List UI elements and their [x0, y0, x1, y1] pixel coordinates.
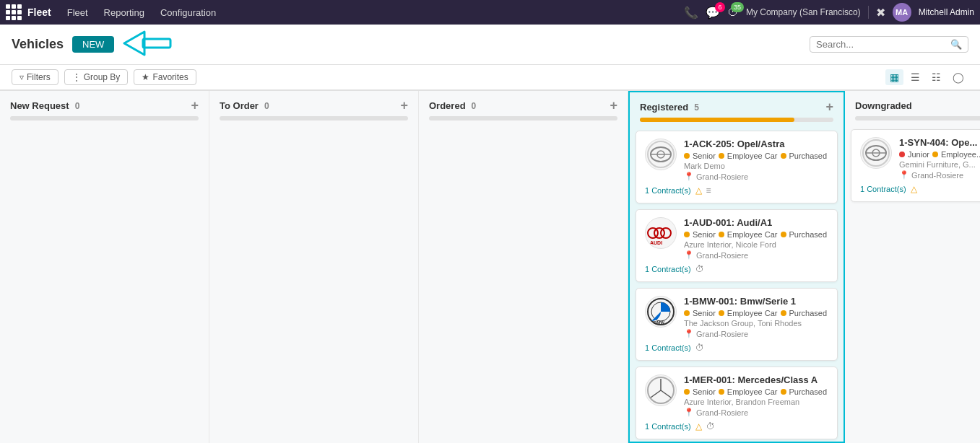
settings-view-button[interactable]: ◯ [948, 69, 968, 85]
location-icon: 📍 [684, 408, 694, 417]
avatar[interactable]: MA [893, 3, 911, 22]
car-logo-mercedes [645, 374, 677, 406]
tag-dot [684, 153, 690, 159]
tag-employee: Employee... [941, 150, 980, 159]
col-count-new-request: 0 [75, 101, 80, 111]
svg-text:AUDI: AUDI [650, 240, 662, 245]
contract-link[interactable]: 1 Contract(s) [645, 186, 691, 195]
contract-link[interactable]: 1 Contract(s) [645, 343, 691, 352]
column-downgraded: Downgraded + [845, 91, 980, 443]
tag-junior: Junior [908, 150, 929, 159]
card-footer: 1 Contract(s) △ ≡ [645, 185, 828, 196]
card-info: 1-SYN-404: Ope... Junior Employee... Gem… [899, 137, 980, 180]
card-title: 1-AUD-001: Audi/A1 [684, 217, 828, 228]
svg-marker-0 [124, 32, 144, 55]
card-footer: 1 Contract(s) ⏱ [645, 343, 828, 353]
card-header: 1-SYN-404: Ope... Junior Employee... Gem… [860, 137, 980, 180]
card-tags: Senior Employee Car Purchased [684, 309, 828, 317]
car-logo-opel [645, 139, 677, 170]
groupby-button[interactable]: ⋮ Group By [64, 69, 129, 85]
tag-employee-car: Employee Car [727, 230, 778, 239]
nav-divider [868, 6, 869, 19]
favorites-label: Favorites [152, 72, 188, 82]
card-info: 1-BMW-001: Bmw/Serie 1 Senior Employee C… [684, 296, 828, 338]
col-add-to-order[interactable]: + [400, 98, 408, 113]
tag-purchased: Purchased [789, 152, 828, 160]
search-bar: 🔍 [810, 36, 968, 53]
warning-icon: △ [695, 421, 702, 431]
favorites-button[interactable]: ★ Favorites [134, 69, 196, 85]
location-icon: 📍 [899, 170, 909, 180]
chat-icon[interactable]: 💬 6 [706, 6, 720, 19]
card-info: 1-ACK-205: Opel/Astra Senior Employee Ca… [684, 139, 828, 181]
search-input[interactable] [816, 39, 950, 50]
column-to-order: To Order 0 + [209, 91, 419, 443]
tag-dot [781, 232, 786, 237]
tag-employee-car: Employee Car [727, 309, 778, 317]
clock-icon[interactable]: ⏱ 35 [727, 6, 739, 19]
card-info: 1-AUD-001: Audi/A1 Senior Employee Car P… [684, 217, 828, 260]
col-cards-downgraded: 1-SYN-404: Ope... Junior Employee... Gem… [845, 125, 980, 443]
card-person: Gemini Furniture, G... [899, 160, 980, 169]
col-cards-to-order [209, 125, 418, 443]
tag-dot [719, 232, 724, 237]
card-1-bmw-001[interactable]: BMW 1-BMW-001: Bmw/Serie 1 Senior Employ… [636, 288, 838, 361]
menu-configuration[interactable]: Configuration [153, 4, 223, 21]
card-header: AUDI 1-AUD-001: Audi/A1 Senior Employee … [645, 217, 828, 260]
col-cards-new-request [0, 125, 209, 443]
tag-dot [719, 153, 724, 159]
col-count-to-order: 0 [264, 101, 269, 111]
tag-dot [684, 310, 690, 316]
grid-icon [6, 4, 22, 20]
new-button[interactable]: NEW [72, 36, 114, 53]
kanban-view-button[interactable]: ▦ [885, 69, 903, 85]
back-arrow[interactable] [123, 30, 173, 58]
app-logo[interactable] [6, 4, 22, 20]
settings-icon[interactable]: ✖ [876, 6, 885, 19]
location-icon: 📍 [684, 250, 694, 260]
contract-link[interactable]: 1 Contract(s) [645, 422, 691, 431]
tag-dot [781, 310, 786, 316]
tag-employee-car: Employee Car [727, 387, 778, 396]
tag-dot [684, 232, 690, 237]
card-1-aud-001[interactable]: AUDI 1-AUD-001: Audi/A1 Senior Employee … [636, 209, 838, 282]
clock-icon: ⏱ [695, 264, 704, 274]
col-add-new-request[interactable]: + [191, 98, 199, 113]
col-cards-ordered [419, 125, 628, 443]
filters-button[interactable]: ▿ Filters [12, 69, 58, 85]
search-input-wrap[interactable]: 🔍 [810, 36, 968, 53]
grid-view-button[interactable]: ☷ [927, 69, 945, 85]
card-title: 1-ACK-205: Opel/Astra [684, 139, 828, 149]
col-title-downgraded: Downgraded [855, 100, 912, 111]
location-icon: 📍 [684, 172, 694, 181]
contract-link[interactable]: 1 Contract(s) [860, 185, 906, 193]
activity-icon[interactable]: 📞 [684, 6, 698, 19]
company-name[interactable]: My Company (San Francisco) [746, 7, 861, 17]
col-title-registered: Registered [640, 102, 688, 113]
contract-link[interactable]: 1 Contract(s) [645, 265, 691, 273]
card-tags: Junior Employee... [899, 150, 980, 159]
col-add-ordered[interactable]: + [610, 98, 617, 113]
tag-employee-car: Employee Car [727, 152, 778, 160]
col-title-to-order: To Order [220, 100, 259, 111]
card-title: 1-SYN-404: Ope... [899, 137, 980, 148]
col-progress-new-request [10, 116, 199, 120]
list-view-button[interactable]: ☰ [906, 69, 924, 85]
menu-fleet[interactable]: Fleet [60, 4, 95, 21]
card-header: 1-MER-001: Mercedes/Class A Senior Emplo… [645, 374, 828, 417]
card-1-ack-205[interactable]: 1-ACK-205: Opel/Astra Senior Employee Ca… [636, 131, 838, 203]
col-progress-registered [640, 118, 833, 122]
tag-purchased: Purchased [789, 309, 828, 317]
column-ordered: Ordered 0 + [419, 91, 628, 443]
car-logo-opel2 [860, 137, 892, 169]
card-1-mer-001[interactable]: 1-MER-001: Mercedes/Class A Senior Emplo… [636, 367, 838, 439]
menu-reporting[interactable]: Reporting [97, 4, 152, 21]
menu-icon: ≡ [706, 185, 711, 196]
col-add-registered[interactable]: + [825, 100, 833, 115]
col-header-registered: Registered 5 + [630, 92, 844, 118]
col-count-registered: 5 [694, 102, 699, 113]
tag-senior: Senior [693, 309, 716, 317]
card-person: Azure Interior, Brandon Freeman [684, 398, 828, 406]
card-1-syn-404[interactable]: 1-SYN-404: Ope... Junior Employee... Gem… [851, 129, 980, 202]
svg-rect-1 [143, 39, 170, 48]
